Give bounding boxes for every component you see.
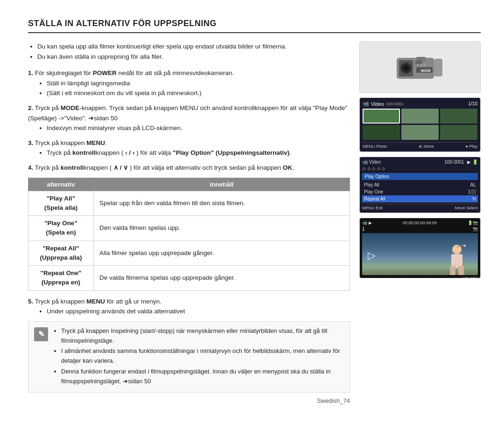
thumb-2 [401,109,439,124]
step-2-subs: Indexvyn med miniatyrer visas på LCD-skä… [37,123,350,133]
camera-screen: MODE [359,41,481,93]
step-2-sub-1: Indexvyn med miniatyrer visas på LCD-skä… [47,123,350,133]
thumb-3 [440,109,477,124]
step-3-sub-1: Tryck på kontrollknappen ( ‹ / › ) för a… [47,148,350,158]
alt-play-all: "Play All"(Spela alla) [28,191,94,216]
thumb-1 [363,109,400,124]
camera-illustration: MODE [392,48,448,86]
step-3: 3. Tryck på knappen MENU. Tryck på kontr… [28,138,350,158]
note-bullet-1: Tryck på knappen Inspelning (start/-stop… [61,326,344,346]
intro-bullets: Du kan spela upp alla filmer kontinuerli… [28,41,350,62]
table-header-alt: alternativ [28,178,94,191]
content-play-all: Spelar upp från den valda filmen till de… [94,191,350,216]
note-icon: ✎ [34,327,48,341]
bullet-1: Du kan spela upp alla filmer kontinuerli… [37,41,350,52]
screen2-info-left: 100-0001 [386,102,404,106]
step-1: 1. För skjutreglaget för POWER nedåt för… [28,68,350,98]
step-5-num: 5. [28,298,33,305]
thumb-6 [440,125,477,140]
playback-icon: 📹 ▶ [362,221,372,225]
left-column: Du kan spela upp alla filmer kontinuerli… [28,41,350,421]
screen3-info: 100-0001 ▶ 🔋 [444,159,478,165]
page-title: STÄLLA IN ALTERNATIV FÖR UPPSPELNING [28,19,481,33]
step-1-subs: Ställ in lämpligt lagringsmedia (Sätt i … [37,78,350,98]
page-number: Swedish_74 [28,397,350,404]
table-row: "Repeat All"(Upprepa alla) Alla filmer s… [28,241,350,266]
screen3-controls: ⊙ ⊙ ⊙ ⊙ ⊙ [362,166,478,171]
step-1-num: 1. [28,69,33,76]
bullet-2: Du kan även ställa in upprepning för all… [37,52,350,62]
alt-repeat-one: "Repeat One"(Upprepa en) [28,266,94,291]
svg-point-10 [417,64,419,66]
screen2-footer: MENU Photo ⊕ Move ● Play [363,142,477,149]
svg-text:MODE: MODE [421,69,431,72]
table-row: "Play One"(Spela en) Den valda filmen sp… [28,216,350,241]
content-repeat-all: Alla filmer spelas upp upprepade gånger. [94,241,350,266]
svg-rect-15 [450,266,455,275]
content-play-one: Den valda filmen spelas upp. [94,216,350,241]
playback-num: 1 📷 [362,227,478,232]
screen4-header: 📹 ▶ 00:00:00:00-59:59 🔋📷 [362,221,478,225]
playback-time: 00:00:00:00-59:59 [403,221,437,225]
svg-rect-7 [434,59,442,76]
page: STÄLLA IN ALTERNATIV FÖR UPPSPELNING Du … [0,0,504,435]
screen3-footer: MENU Exit Move Select [362,204,478,210]
playback-icons: 🔋📷 [468,221,478,225]
footer-exit: MENU Exit [362,206,383,210]
playback-cursor: ▷ [368,249,376,262]
step-1-sub-2: (Sätt i ett minneskort om du vill spela … [47,88,350,98]
footer-menu-photo: MENU Photo [363,144,387,149]
menu-repeat-all: Repeat All ↻ [362,195,478,202]
footer-move-select: Move Select [455,206,478,210]
svg-rect-6 [416,57,426,61]
note-content: Tryck på knappen Inspelning (start/-stop… [53,326,344,387]
right-column: MODE 📹 Video 100-0001 1/10 [359,41,481,421]
footer-play: ● Play [466,144,477,149]
svg-rect-16 [458,266,464,275]
screen2-title: 📹 Video 100-0001 [363,101,404,107]
menu-play-one: Play One 1⬛ [362,188,478,195]
screen3-header: 📹 Video 100-0001 ▶ 🔋 [362,159,478,165]
screen2-counter: 1/10 [469,101,477,106]
note-bullet-3: Denna funktion fungerar endast i filmupp… [61,367,344,387]
note-box: ✎ Tryck på knappen Inspelning (start/-st… [28,321,350,393]
video-thumbnail-screen: 📹 Video 100-0001 1/10 MENU Photo [359,97,481,152]
svg-point-11 [420,64,422,66]
table-row: "Play All"(Spela alla) Spelar upp från d… [28,191,350,216]
step-2-num: 2. [28,104,33,111]
step-4: 4. Tryck på kontrollknappen ( ∧ / ∨ ) fö… [28,163,350,173]
table-header-content: innehåll [94,178,350,191]
step-5: 5. Tryck på knappen MENU för att gå ur m… [28,297,350,317]
screen2-header: 📹 Video 100-0001 1/10 [363,101,477,107]
thumbnail-grid [363,109,477,140]
footer-move: ⊕ Move [419,144,434,149]
video-icon: 📹 [363,101,369,107]
menu-play-all: Play All AL [362,181,478,188]
playback-screen: 📹 ▶ 00:00:00:00-59:59 🔋📷 1 📷 ▷ [359,218,481,278]
person-svg [448,245,466,275]
step-2: 2. Tryck på MODE-knappen. Tryck sedan på… [28,103,350,133]
options-table: alternativ innehåll "Play All"(Spela all… [28,178,350,291]
step-5-sub-1: Under uppspelning används det valda alte… [47,306,350,317]
content-repeat-one: De valda filmerna spelas upp upprepade g… [94,266,350,291]
step-1-sub-1: Ställ in lämpligt lagringsmedia [47,78,350,89]
svg-point-12 [423,64,425,66]
person-silhouette [448,245,466,275]
screen3-title-text: 📹 Video [362,159,381,165]
menu-screen: 📹 Video 100-0001 ▶ 🔋 ⊙ ⊙ ⊙ ⊙ ⊙ Play Opti… [359,157,481,213]
content-area: Du kan spela upp alla filmer kontinuerli… [28,41,481,421]
step-3-subs: Tryck på kontrollknappen ( ‹ / › ) för a… [37,148,350,158]
svg-point-4 [404,66,408,70]
screen2-title-text: Video [371,101,384,107]
step-5-subs: Under uppspelning används det valda alte… [37,306,350,317]
video-frame: ▷ [362,233,478,275]
thumb-5 [401,125,439,140]
alt-play-one: "Play One"(Spela en) [28,216,94,241]
screen4-filename: 100-0001 [362,276,478,278]
menu-title: Play Option [362,173,478,180]
step-4-num: 4. [28,164,33,171]
note-bullet-2: I allmänhet används samma funktionsinstä… [61,346,344,366]
thumb-4 [363,125,400,140]
alt-repeat-all: "Repeat All"(Upprepa alla) [28,241,94,266]
table-row: "Repeat One"(Upprepa en) De valda filmer… [28,266,350,291]
